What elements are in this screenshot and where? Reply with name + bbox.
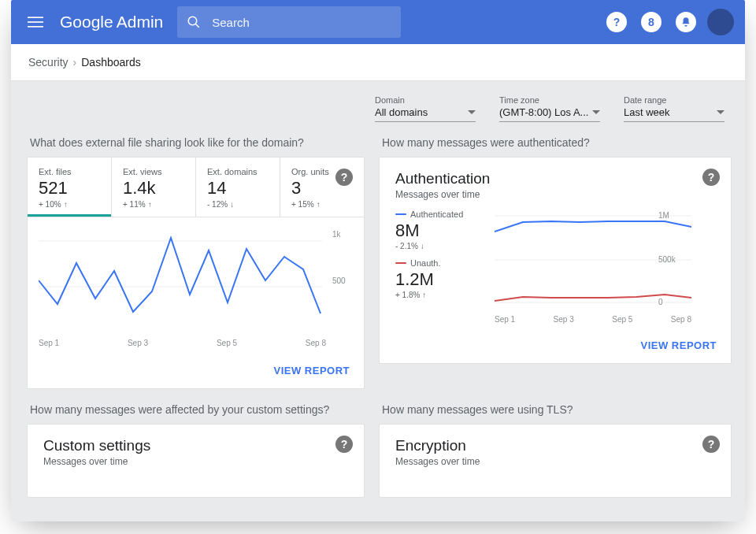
- menu-icon[interactable]: [22, 9, 49, 35]
- topbar: Google Admin ? 8: [11, 0, 745, 44]
- y-tick: 500k: [658, 255, 685, 264]
- tab-label: Ext. domains: [207, 167, 269, 176]
- section-question: How many messages were using TLS?: [382, 403, 732, 416]
- svg-point-3: [189, 17, 198, 25]
- filter-label: Time zone: [499, 95, 600, 105]
- filter-daterange[interactable]: Date range Last week: [624, 95, 724, 122]
- section-authentication: How many messages were authenticated? ? …: [379, 136, 732, 389]
- x-tick: Sep 1: [495, 315, 515, 324]
- section-file-sharing: What does external file sharing look lik…: [27, 136, 365, 389]
- view-report-link[interactable]: VIEW REPORT: [273, 365, 350, 376]
- x-tick: Sep 8: [306, 339, 326, 347]
- help-icon: ?: [606, 12, 627, 32]
- series-authenticated: Authenticated 8M - 2.1%: [395, 210, 484, 250]
- filter-value: Last week: [624, 106, 670, 118]
- file-sharing-chart: 1k 500 Sep 1 Sep 3 Sep 5 Sep 8: [28, 217, 364, 354]
- y-tick: 500: [332, 276, 358, 285]
- arrow-down-icon: [230, 200, 234, 209]
- card-title: Authentication: [395, 170, 715, 187]
- svg-rect-0: [28, 17, 43, 18]
- series-label: Authenticated: [410, 210, 463, 219]
- svg-rect-1: [28, 21, 43, 23]
- search-box[interactable]: [177, 6, 401, 38]
- breadcrumb: Security › Dashboards: [11, 44, 745, 81]
- card-subtitle: Messages over time: [395, 189, 715, 200]
- card-title: Custom settings: [43, 437, 348, 454]
- arrow-up-icon: [64, 200, 68, 209]
- card-file-sharing: ? Ext. files 521 + 10% Ext. views 1.4k +…: [27, 157, 365, 389]
- account-avatar[interactable]: [707, 9, 734, 35]
- y-tick: 1M: [658, 211, 685, 220]
- legend-swatch-icon: [395, 262, 406, 264]
- help-icon[interactable]: ?: [335, 169, 353, 186]
- dropdown-icon: [592, 110, 600, 114]
- help-button[interactable]: ?: [603, 9, 630, 35]
- x-tick: Sep 5: [612, 315, 632, 324]
- breadcrumb-current: Dashboards: [81, 56, 141, 69]
- x-tick: Sep 5: [217, 339, 237, 347]
- x-tick: Sep 3: [554, 315, 574, 324]
- x-tick: Sep 8: [671, 315, 691, 324]
- series-delta: - 2.1%: [395, 242, 418, 250]
- filter-label: Domain: [375, 95, 476, 105]
- tab-ext-files[interactable]: Ext. files 521 + 10%: [28, 158, 112, 217]
- arrow-up-icon: [317, 200, 321, 209]
- filter-domain[interactable]: Domain All domains: [375, 95, 476, 122]
- chevron-right-icon: ›: [73, 56, 77, 69]
- dropdown-icon: [468, 110, 476, 114]
- tab-delta: - 12%: [207, 200, 228, 209]
- svg-line-4: [196, 24, 200, 28]
- view-report-link[interactable]: VIEW REPORT: [640, 339, 717, 351]
- section-question: What does external file sharing look lik…: [30, 136, 365, 149]
- apps-button[interactable]: 8: [638, 9, 665, 35]
- tab-ext-views[interactable]: Ext. views 1.4k + 11%: [112, 158, 196, 217]
- y-tick: 0: [658, 298, 685, 306]
- card-title: Encryption: [395, 437, 715, 454]
- arrow-up-icon: [422, 291, 426, 299]
- series-value: 1.2M: [395, 269, 484, 290]
- help-icon[interactable]: ?: [702, 169, 720, 186]
- help-icon[interactable]: ?: [335, 436, 353, 453]
- section-question: How many messages were authenticated?: [382, 136, 732, 149]
- tab-label: Ext. files: [39, 167, 100, 176]
- search-icon: [187, 15, 201, 29]
- help-icon[interactable]: ?: [702, 436, 720, 453]
- authentication-chart: 1M 500k 0 Sep 1: [495, 210, 691, 324]
- tab-value: 14: [207, 178, 269, 198]
- tab-org-units[interactable]: Org. units 3 + 15%: [280, 158, 364, 217]
- filters: Domain All domains Time zone (GMT-8:00) …: [27, 95, 724, 122]
- filter-timezone[interactable]: Time zone (GMT-8:00) Los A...: [499, 95, 600, 122]
- brand: Google Admin: [60, 13, 163, 32]
- app-window: Google Admin ? 8 Security › Dashboards: [11, 0, 745, 521]
- section-custom-settings: How many messages were affected by your …: [27, 403, 365, 498]
- filter-label: Date range: [624, 95, 724, 105]
- series-value: 8M: [395, 221, 484, 241]
- x-axis: Sep 1 Sep 3 Sep 5 Sep 8: [495, 310, 691, 324]
- card-subtitle: Messages over time: [395, 456, 715, 467]
- y-tick: 1k: [332, 230, 358, 239]
- tab-delta: + 15%: [291, 200, 314, 209]
- series-delta: + 1.8%: [395, 291, 420, 299]
- x-axis: Sep 1 Sep 3 Sep 5 Sep 8: [39, 334, 326, 347]
- brand-admin: Admin: [117, 13, 164, 32]
- section-question: How many messages were affected by your …: [30, 403, 365, 416]
- tab-value: 1.4k: [123, 178, 184, 198]
- search-input[interactable]: [210, 15, 391, 30]
- svg-rect-2: [28, 26, 43, 28]
- card-encryption: ? Encryption Messages over time: [379, 424, 732, 498]
- dropdown-icon: [717, 110, 724, 114]
- bell-icon: [676, 12, 696, 32]
- content: Domain All domains Time zone (GMT-8:00) …: [11, 81, 745, 498]
- card-authentication: ? Authentication Messages over time Auth…: [379, 157, 732, 364]
- filter-value: All domains: [375, 106, 428, 118]
- cards-grid: What does external file sharing look lik…: [27, 136, 729, 498]
- tab-ext-domains[interactable]: Ext. domains 14 - 12%: [196, 158, 280, 217]
- x-tick: Sep 3: [128, 339, 148, 347]
- series-legend: Authenticated 8M - 2.1% Unauth. 1.2M + 1…: [395, 210, 484, 324]
- filter-value: (GMT-8:00) Los A...: [499, 106, 588, 118]
- series-unauth: Unauth. 1.2M + 1.8%: [395, 258, 484, 299]
- tab-delta: + 10%: [39, 200, 61, 209]
- apps-icon: 8: [641, 12, 662, 32]
- notifications-button[interactable]: [673, 9, 699, 35]
- breadcrumb-root[interactable]: Security: [28, 56, 69, 69]
